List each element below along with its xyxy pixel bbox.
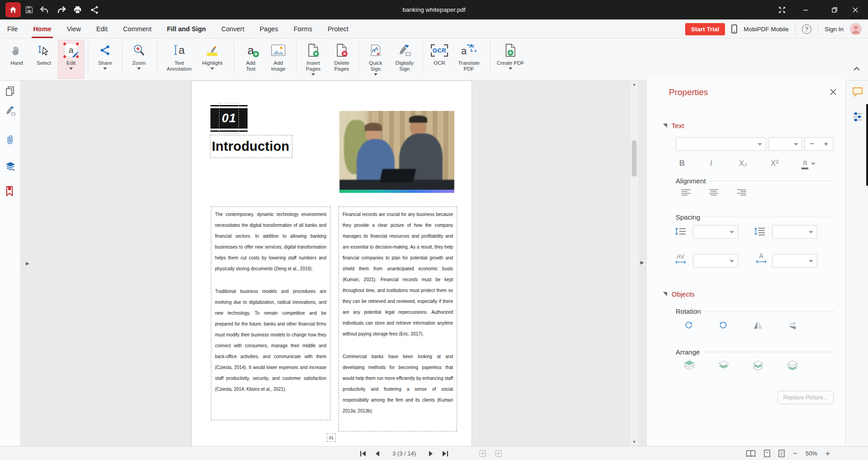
edit-dropdown-caret[interactable] <box>69 67 73 70</box>
paragraph-spacing-select[interactable] <box>772 225 817 239</box>
sign-in-button[interactable]: Sign In <box>825 26 844 33</box>
menu-item-forms[interactable]: Forms <box>294 20 312 38</box>
page-footer-number[interactable]: 01 <box>327 433 336 442</box>
bring-forward-button[interactable] <box>752 360 764 371</box>
collapse-toolbar-button[interactable] <box>853 66 861 72</box>
previous-page-button[interactable] <box>374 450 380 457</box>
scroll-up-arrow[interactable]: ▲ <box>632 82 637 87</box>
menu-item-pages[interactable]: Pages <box>260 20 278 38</box>
continuous-view-button[interactable] <box>778 450 785 457</box>
user-avatar[interactable] <box>850 23 862 35</box>
add-image-button[interactable]: Add Image <box>265 40 291 79</box>
hand-tool-button[interactable]: Hand <box>4 40 30 79</box>
menu-item-edit[interactable]: Edit <box>96 20 108 38</box>
font-size-stepper[interactable]: − + <box>804 137 834 151</box>
close-window-button[interactable] <box>851 5 860 14</box>
line-spacing-select[interactable] <box>693 225 738 239</box>
close-properties-button[interactable] <box>830 88 837 96</box>
menu-item-view[interactable]: View <box>67 20 81 38</box>
right-text-column[interactable]: Financial records are crucial for any bu… <box>339 206 457 431</box>
start-trial-button[interactable]: Start Trial <box>685 23 725 35</box>
fullscreen-button[interactable] <box>777 5 787 14</box>
italic-button[interactable]: I <box>710 159 712 168</box>
text-annotation-button[interactable]: a Text Annotation <box>165 40 194 79</box>
rotate-left-button[interactable] <box>718 320 728 330</box>
highlight-dropdown-caret[interactable] <box>210 67 214 70</box>
ocr-button[interactable]: OCR OCR <box>426 40 453 79</box>
flip-horizontal-button[interactable] <box>753 320 763 330</box>
select-tool-button[interactable]: Select <box>31 40 57 79</box>
rotate-right-button[interactable] <box>684 320 694 330</box>
translate-pdf-button[interactable]: a Translate PDF <box>454 40 483 79</box>
chapter-title-textbox[interactable]: Introduction <box>210 135 292 158</box>
menu-item-protect[interactable]: Protect <box>328 20 348 38</box>
align-right-button[interactable] <box>737 189 747 197</box>
left-panel-expand-arrow[interactable]: ▶ <box>26 261 29 266</box>
mobipdf-mobile-link[interactable]: MobiPDF Mobile <box>744 26 789 33</box>
quick-sign-button[interactable]: Quick Sign <box>362 40 389 79</box>
insert-pages-button[interactable]: Insert Pages <box>300 40 326 79</box>
highlight-button[interactable]: Highlight <box>198 40 227 79</box>
align-left-button[interactable] <box>681 189 691 197</box>
menu-item-file[interactable]: File <box>7 20 18 38</box>
subscript-button[interactable]: X₂ <box>739 159 747 168</box>
properties-tab-button[interactable] <box>852 111 863 122</box>
font-size-select[interactable] <box>768 137 802 151</box>
previous-view-button[interactable] <box>479 450 486 457</box>
character-spacing-select[interactable] <box>693 254 738 268</box>
annotations-panel-button[interactable] <box>5 161 16 171</box>
objects-section-header[interactable]: Objects <box>663 290 695 298</box>
bold-button[interactable]: B <box>679 159 685 168</box>
create-pdf-button[interactable]: Create PDF <box>495 40 526 79</box>
create-pdf-dropdown-caret[interactable] <box>509 67 512 70</box>
send-to-back-button[interactable] <box>717 360 730 371</box>
zoom-tool-button[interactable]: Zoom <box>126 40 152 79</box>
strip-scrollbar[interactable] <box>866 104 868 186</box>
minimize-button[interactable] <box>801 5 810 14</box>
next-page-button[interactable] <box>429 450 434 457</box>
chapter-number-selection-box[interactable] <box>219 103 239 134</box>
attachments-panel-button[interactable] <box>5 135 15 146</box>
delete-pages-button[interactable]: Delete Pages <box>329 40 355 79</box>
menu-item-comment[interactable]: Comment <box>123 20 152 38</box>
left-text-column[interactable]: The contemporary, dynamic technology env… <box>211 206 330 420</box>
edit-tool-button[interactable]: a Edit <box>58 40 84 79</box>
scroll-down-arrow[interactable]: ▼ <box>632 440 637 445</box>
restore-button[interactable] <box>830 5 839 14</box>
text-section-header[interactable]: Text <box>663 122 684 129</box>
replace-picture-button[interactable]: Replace Picture... <box>777 391 834 404</box>
increase-font-size-button[interactable]: + <box>824 139 828 149</box>
quick-sign-dropdown-caret[interactable] <box>374 73 377 76</box>
two-page-view-button[interactable] <box>746 450 756 457</box>
insert-pages-dropdown-caret[interactable] <box>311 73 315 76</box>
signatures-panel-button[interactable] <box>5 106 16 116</box>
superscript-button[interactable]: X² <box>771 159 778 168</box>
bookmarks-panel-button[interactable] <box>5 186 14 196</box>
add-text-button[interactable]: a Add Text <box>238 40 264 79</box>
zoom-in-button[interactable]: + <box>825 450 830 457</box>
document-photo[interactable] <box>339 111 454 193</box>
zoom-dropdown-caret[interactable] <box>137 67 141 70</box>
single-page-view-button[interactable] <box>764 450 770 457</box>
vertical-scrollbar[interactable]: ▲ ▼ <box>630 81 638 446</box>
menu-item-fill-and-sign[interactable]: Fill and Sign <box>167 20 206 38</box>
comments-tab-button[interactable] <box>852 87 863 97</box>
share-tool-button[interactable]: Share <box>92 40 118 79</box>
last-page-button[interactable] <box>442 450 448 457</box>
page-indicator[interactable]: 3 (3 / 14) <box>387 450 421 457</box>
page-thumbnails-button[interactable] <box>5 86 15 97</box>
menu-item-convert[interactable]: Convert <box>221 20 244 38</box>
share-dropdown-caret[interactable] <box>103 67 107 70</box>
document-canvas[interactable]: 01 Introduction <box>20 81 646 446</box>
horizontal-scale-select[interactable] <box>772 254 817 268</box>
scrollbar-thumb[interactable] <box>632 140 637 177</box>
right-panel-expand-arrow[interactable]: ▶ <box>640 260 644 265</box>
next-view-button[interactable] <box>495 450 502 457</box>
bring-to-front-button[interactable] <box>683 360 696 371</box>
zoom-level[interactable]: 50% <box>806 450 817 457</box>
send-backward-button[interactable] <box>786 360 799 371</box>
menu-item-home[interactable]: Home <box>33 20 51 38</box>
font-color-button[interactable]: a <box>801 158 816 169</box>
zoom-out-button[interactable]: − <box>793 450 797 457</box>
font-family-select[interactable] <box>676 137 766 151</box>
